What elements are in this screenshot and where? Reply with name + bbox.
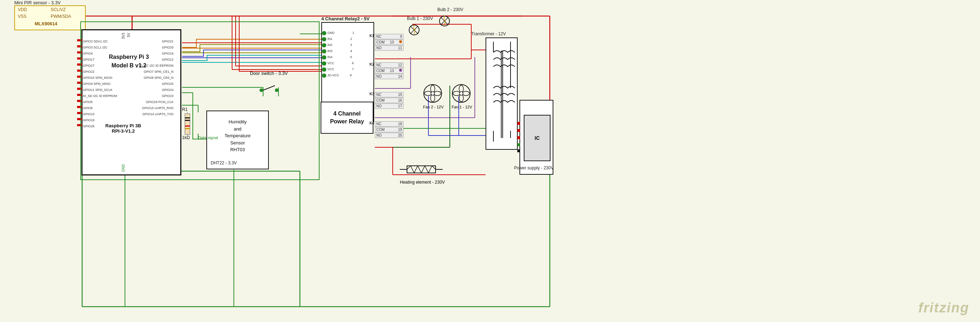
dht-sublabel: DHT22 - 3.3V xyxy=(211,160,237,165)
gpio-pin-label: GPIO13 xyxy=(83,111,117,117)
bulb2-label: Bulb 2 - 230V xyxy=(438,7,463,12)
gpio-pin-label: GPIO22 xyxy=(83,69,117,75)
svg-point-97 xyxy=(459,85,463,92)
relay-vcc2-label: VCC xyxy=(328,66,334,72)
gpio-pin-label-r: GPIO16 xyxy=(139,51,173,57)
rpi-3v3-label: 3V3 xyxy=(121,33,125,39)
gpio-pin-label: GPIO3 SCL1 I2C xyxy=(83,44,117,51)
gpio-pin-label-r: GPIO23 xyxy=(139,93,173,99)
mlx-chip-label: MLX90614 xyxy=(35,21,57,26)
svg-rect-56 xyxy=(77,57,82,60)
gpio-pin-label-r: GPIO8 SPI0_CE0_N xyxy=(139,75,173,81)
resistor-label: R1 xyxy=(182,107,193,112)
gpio-pin-label-r: GPIO21 xyxy=(139,38,173,44)
svg-rect-75 xyxy=(185,120,190,121)
svg-rect-111 xyxy=(517,122,520,125)
svg-point-104 xyxy=(434,91,441,95)
heating-element: Heating element - 230V xyxy=(400,160,445,185)
svg-rect-63 xyxy=(77,100,82,102)
heating-element-label: Heating element - 230V xyxy=(400,180,445,185)
gpio-pin-label: GPIO2 SDA1 I2C xyxy=(83,38,117,44)
power-relay-box: 4 ChannelPower Relay xyxy=(321,102,374,134)
gpio-pin-label-r: GPIO12 xyxy=(139,57,173,63)
gpio-pin-label: GPIO26 xyxy=(83,124,117,129)
mlx-scl-label: SCL/VZ xyxy=(51,7,66,12)
ic-chip: IC xyxy=(524,115,550,161)
relay-in4-label: IN4 xyxy=(328,54,332,60)
relay-gnd-label: GND xyxy=(328,30,334,36)
k1-label: K1 xyxy=(369,34,374,38)
relay-k1-connector: NC9 COM10 NO11 xyxy=(375,34,403,51)
relay-k4-connector: NC18 COM19 NO20 xyxy=(375,121,403,138)
svg-rect-61 xyxy=(77,88,82,90)
bulb1-area: Bulb 1 - 230V xyxy=(407,16,433,39)
door-switch-label: Door switch - 3.3V xyxy=(250,71,288,76)
gpio-pin-label-r: GPIO7 SPI0_CE1_N xyxy=(139,69,173,75)
psu-label: Power supply - 230V xyxy=(514,165,554,170)
svg-rect-59 xyxy=(77,76,82,78)
svg-rect-62 xyxy=(77,94,82,96)
bulb1-label: Bulb 1 - 230V xyxy=(407,16,433,21)
svg-point-99 xyxy=(459,95,463,102)
svg-point-69 xyxy=(275,89,278,92)
data-signal-label: Data-signal xyxy=(198,135,218,140)
svg-rect-74 xyxy=(185,117,190,118)
gpio-pin-label-r: GPIO14 UART0_TXD xyxy=(139,111,173,117)
psu-box: IC xyxy=(519,100,554,175)
gpio-pin-label: GPIO10 SPI0_MOSI xyxy=(83,75,117,81)
power-relay-label: 4 ChannelPower Relay xyxy=(330,110,364,126)
svg-point-101 xyxy=(460,92,463,95)
svg-rect-76 xyxy=(185,125,190,127)
relay-in3-label: IN3 xyxy=(328,48,332,54)
svg-point-100 xyxy=(453,91,460,95)
relay-vcc1-label: VCC xyxy=(328,60,334,66)
relay-jdvcc-label: JD-VCC xyxy=(328,72,339,78)
svg-point-103 xyxy=(431,85,435,92)
relay4ch-label: 4 Channel Relay2 - 5V xyxy=(321,16,369,21)
gpio-pin-label-r: GPIO24 xyxy=(139,87,173,93)
k2-label: K2 xyxy=(369,62,374,66)
svg-rect-114 xyxy=(517,143,520,146)
k4-label: K4 xyxy=(369,121,374,125)
svg-rect-53 xyxy=(77,39,82,41)
mini-pir-label: Mini PIR sensor - 3.3V xyxy=(14,0,61,5)
gpio-pin-label: GPIO5 xyxy=(83,99,117,105)
bulb2-area: Bulb 2 - 230V xyxy=(438,7,463,30)
mlx-pwm-label: PWM/SDA xyxy=(51,14,71,19)
gpio-pins-left: GPIO2 SDA1 I2C GPIO3 SCL1 I2C GPIO4 GPIO… xyxy=(83,38,117,129)
svg-point-98 xyxy=(462,91,469,95)
gpio-pin-label: GPIO9 SPI0_MISO xyxy=(83,81,117,87)
dht-sensor-label: HumidityandTemperatureSensorRHT03 xyxy=(224,118,251,153)
svg-rect-60 xyxy=(77,82,82,84)
gpio-pin-label-r: GPIO18 PCM_CLK xyxy=(139,99,173,105)
gpio-pin-label: GPIO4 xyxy=(83,51,117,57)
relay-in2-label: IN2 xyxy=(328,42,332,48)
svg-point-106 xyxy=(425,91,432,95)
transformer-label: Transformer - 12V xyxy=(471,32,506,36)
gpio-pins-right: GPIO21 GPIO20 GPIO16 GPIO12 ID_SC I2C ID… xyxy=(139,38,173,117)
gpio-pin-label: GPIO17 xyxy=(83,57,117,63)
resistor-value: 1kΩ xyxy=(182,135,193,140)
svg-rect-54 xyxy=(77,45,82,48)
svg-rect-57 xyxy=(77,63,82,66)
gpio-pin-label: GPIO11 SPI0_SCLK xyxy=(83,87,117,93)
gpio-pin-label-r: GPIO25 xyxy=(139,81,173,87)
svg-rect-55 xyxy=(77,51,82,54)
mlx-sensor-box: VDD VSS SCL/VZ PWM/SDA MLX90614 xyxy=(14,5,86,30)
svg-rect-64 xyxy=(77,106,82,108)
svg-point-105 xyxy=(431,95,435,102)
fan1-area: Fan 1 - 12V xyxy=(452,84,472,109)
mlx-vdd-label: VDD xyxy=(18,7,27,12)
rpi-gnd-label: GND xyxy=(121,164,125,172)
svg-rect-115 xyxy=(517,149,520,152)
svg-rect-67 xyxy=(77,124,82,126)
svg-rect-58 xyxy=(77,70,82,72)
resistor-r1: R1 1kΩ xyxy=(182,107,193,140)
gpio-pin-label-r: GPIO20 xyxy=(139,44,173,51)
gpio-pin-label: GPIO27 xyxy=(83,63,117,69)
gpio-pin-label-r: ID_SC I2C ID EEPROM xyxy=(139,63,173,69)
gpio-pin-label-r: GPIO15 UART0_RXD xyxy=(139,105,173,111)
fan1-label: Fan 1 - 12V xyxy=(452,105,472,109)
relay-in1-label: IN1 xyxy=(328,36,332,42)
svg-point-68 xyxy=(259,89,263,92)
